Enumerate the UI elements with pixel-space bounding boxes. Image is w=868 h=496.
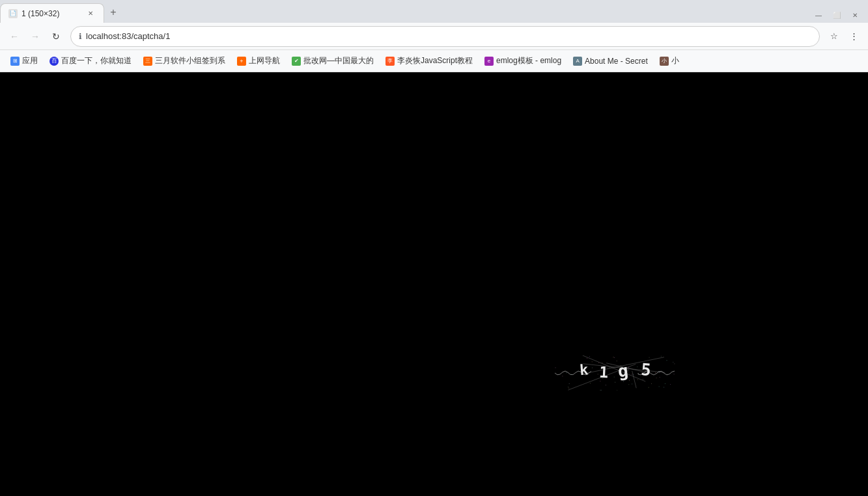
tab-title: 1 (150×32) (21, 9, 81, 18)
active-tab[interactable]: 📄 1 (150×32) ✕ (0, 3, 104, 23)
toolbar: ← → ↻ ℹ ☆ ⋮ (0, 23, 868, 50)
bookmark-aboutme[interactable]: AAbout Me - Secret (568, 54, 653, 68)
bookmark-label-small: 小 (671, 55, 679, 66)
refresh-button[interactable]: ↻ (47, 27, 65, 46)
bookmark-favicon-li: 李 (385, 57, 395, 66)
browser-window: 📄 1 (150×32) ✕ + — ⬜ ✕ ← → ↻ ℹ ☆ ⋮ ⊞应用百百… (0, 0, 868, 496)
bookmark-label-360: 三月软件小组签到系 (155, 55, 225, 66)
bookmark-favicon-aboutme: A (573, 57, 582, 66)
bookmark-label-li: 李炎恢JavaScript教程 (397, 55, 473, 66)
toolbar-right: ☆ ⋮ (825, 27, 863, 46)
bookmark-pigan[interactable]: ✔批改网—中国最大的 (287, 53, 379, 69)
bookmark-small[interactable]: 小小 (654, 53, 684, 69)
bookmark-baidu[interactable]: 百百度一下，你就知道 (44, 53, 137, 69)
bookmark-li[interactable]: 李李炎恢JavaScript教程 (380, 53, 478, 69)
menu-button[interactable]: ⋮ (845, 27, 863, 46)
new-tab-button[interactable]: + (104, 3, 122, 21)
address-input[interactable] (86, 31, 811, 41)
bookmark-label-emlog: emlog模板 - emlog (496, 55, 561, 66)
address-bar[interactable]: ℹ (70, 26, 820, 47)
tab-close-button[interactable]: ✕ (85, 8, 96, 19)
bookmark-360[interactable]: 三三月软件小组签到系 (138, 53, 231, 69)
bookmark-favicon-small: 小 (660, 57, 669, 66)
bookmark-label-baidu: 百度一下，你就知道 (61, 55, 132, 66)
page-content (0, 72, 868, 496)
bookmark-label-aboutme: About Me - Secret (585, 57, 648, 66)
security-icon: ℹ (79, 32, 82, 41)
captcha-image (555, 355, 677, 391)
bookmark-label-pigan: 批改网—中国最大的 (303, 55, 374, 66)
bookmark-favicon-360: 三 (143, 57, 152, 66)
bookmark-favicon-apps: ⊞ (10, 57, 20, 66)
minimize-button[interactable]: — (811, 7, 826, 23)
bookmark-favicon-emlog: e (484, 57, 494, 66)
bookmark-favicon-shangwang: + (237, 57, 246, 66)
bookmark-emlog[interactable]: eemlog模板 - emlog (479, 53, 567, 69)
bookmark-label-shangwang: 上网导航 (249, 55, 280, 66)
bookmark-favicon-baidu: 百 (49, 57, 59, 66)
tab-favicon: 📄 (8, 9, 18, 18)
tab-bar: 📄 1 (150×32) ✕ + — ⬜ ✕ (0, 0, 868, 23)
back-button[interactable]: ← (5, 27, 23, 46)
tab-spacer: — ⬜ ✕ (122, 7, 868, 23)
bookmark-shangwang[interactable]: +上网导航 (232, 53, 285, 69)
bookmark-favicon-pigan: ✔ (292, 57, 301, 66)
close-button[interactable]: ✕ (847, 7, 863, 23)
bookmark-apps[interactable]: ⊞应用 (5, 53, 43, 69)
bookmark-label-apps: 应用 (22, 55, 38, 66)
bookmark-star-button[interactable]: ☆ (825, 27, 843, 46)
bookmarks-bar: ⊞应用百百度一下，你就知道三三月软件小组签到系+上网导航✔批改网—中国最大的李李… (0, 50, 868, 72)
maximize-button[interactable]: ⬜ (829, 7, 845, 23)
forward-button[interactable]: → (26, 27, 44, 46)
